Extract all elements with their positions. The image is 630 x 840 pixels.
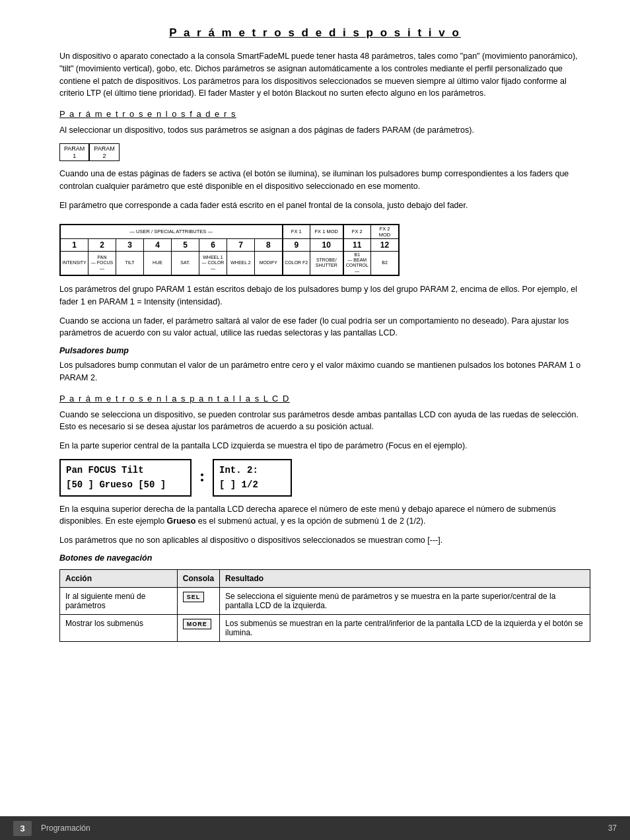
lcd-p4: Los parámetros que no son aplicables al … [59,534,590,547]
row1-consola: SEL [177,587,219,614]
bottom-label: Programación [41,823,90,833]
table-row: Ir al siguiente menú de parámetros SEL S… [60,587,590,614]
param-buttons-group: PARAM1 PARAM2 [59,143,590,162]
lcd-right-line2: [ ] 1/2 [219,477,285,492]
section-faders-heading: P a r á m e t r o s e n l o s f a d e r … [59,109,590,119]
faders-p2: Cuando una de estas páginas de faders se… [59,168,590,193]
lcd-p3: En la esquina superior derecha de la pan… [59,503,590,528]
fader-numbers-row: 1 2 3 4 5 6 7 8 9 10 11 12 [61,238,399,251]
intro-section: Un dispositivo o aparato conectado a la … [59,50,590,100]
bottom-strip: 3 Programación 37 [0,816,630,840]
param-btn-1: PARAM1 [59,143,89,162]
faders-p3: El parámetro que corresponde a cada fade… [59,199,590,212]
fader-names-row: INTENSITY PAN— FOCUS — TILT HUE SAT. WHE… [61,251,399,275]
row2-resultado: Los submenús se muestran en la parte cen… [220,614,590,641]
sep-dot-2 [201,479,203,481]
section-number-box: 3 [13,821,32,836]
lcd-p2: En la parte superior central de la panta… [59,440,590,452]
fader-header-row: — USER / SPECIAL ATTRIBUTES — FX 1 FX 1 … [61,225,399,238]
sel-button: SEL [183,592,205,602]
faders-p5: Cuando se acciona un fader, el parámetro… [59,315,590,340]
lcd-right-line1: Int. 2: [219,463,285,477]
row2-consola: MORE [177,614,219,641]
lcd-separator [198,459,206,497]
page-content: P a r á m e t r o s d e d i s p o s i t … [0,0,630,682]
intro-p1: Un dispositivo o aparato conectado a la … [59,50,590,100]
faders-p1: Al seleccionar un dispositivo, todos sus… [59,124,590,137]
section-faders-content: Al seleccionar un dispositivo, todos sus… [59,124,590,384]
section-lcd-heading: P a r á m e t r o s e n l a s p a n t a … [59,394,590,403]
more-button: MORE [183,619,211,629]
bottom-page-number: 37 [608,823,617,833]
lcd-left-line2: [50 ] Grueso [50 ] [66,477,185,492]
lcd-left-line1: Pan FOCUS Tilt [66,463,185,477]
nav-col-consola: Consola [177,569,219,587]
row1-resultado: Se selecciona el siguiente menú de parám… [220,587,590,614]
sep-dot-1 [201,473,203,476]
nav-table: Acción Consola Resultado Ir al siguiente… [59,569,590,642]
row2-accion: Mostrar los submenús [60,614,178,641]
nav-heading: Botones de navegación [59,553,590,563]
bump-heading: Pulsadores bump [59,346,590,355]
page-title: P a r á m e t r o s d e d i s p o s i t … [40,26,590,40]
row1-accion: Ir al siguiente menú de parámetros [60,587,178,614]
nav-col-resultado: Resultado [220,569,590,587]
bump-p1: Los pulsadores bump conmutan el valor de… [59,359,590,384]
param-btn-2: PARAM2 [89,143,119,162]
faders-p4: Los parámetros del grupo PARAM 1 están e… [59,283,590,308]
lcd-p1: Cuando se selecciona un dispositivo, se … [59,409,590,434]
lcd-left-panel: Pan FOCUS Tilt [50 ] Grueso [50 ] [59,459,192,497]
nav-col-accion: Acción [60,569,178,587]
lcd-panels: Pan FOCUS Tilt [50 ] Grueso [50 ] Int. 2… [59,459,590,497]
section-lcd-content: Cuando se selecciona un dispositivo, se … [59,409,590,642]
fader-diagram: — USER / SPECIAL ATTRIBUTES — FX 1 FX 1 … [59,224,400,277]
table-row: Mostrar los submenús MORE Los submenús s… [60,614,590,641]
lcd-right-panel: Int. 2: [ ] 1/2 [213,459,292,497]
